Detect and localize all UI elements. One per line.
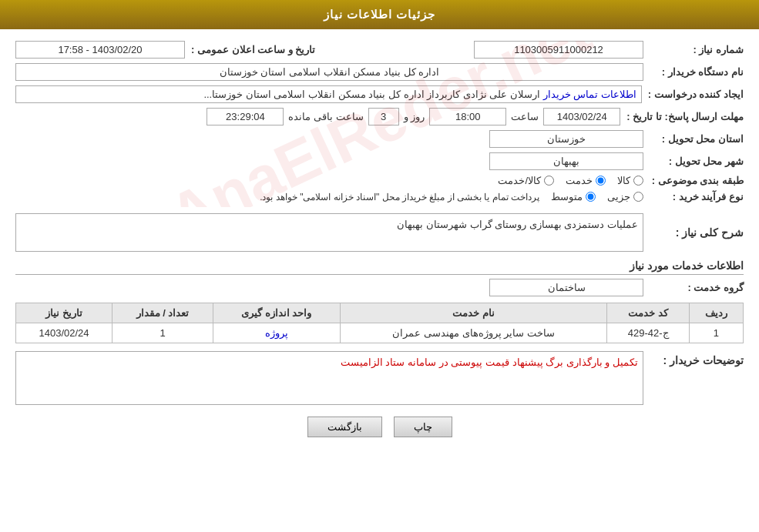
page-container: جزئیات اطلاعات نیاز AnaElReder.net شماره… bbox=[0, 0, 759, 532]
category-kala: کالا bbox=[617, 175, 643, 186]
purchase-type-jozi: جزیی bbox=[607, 191, 643, 202]
creator-value: اطلاعات تماس خریدار ارسلان علی نژادی کار… bbox=[15, 85, 642, 103]
category-label: طبقه بندی موضوعی : bbox=[643, 175, 744, 186]
response-remaining-value: 23:29:04 bbox=[207, 108, 284, 125]
cell-row-num: 1 bbox=[689, 323, 743, 343]
province-label: استان محل تحویل : bbox=[643, 133, 744, 145]
city-value: بهبهان bbox=[489, 152, 643, 170]
creator-row: ایجاد کننده درخواست : اطلاعات تماس خریدا… bbox=[15, 85, 744, 103]
col-need-date: تاریخ نیاز bbox=[16, 303, 113, 323]
buyer-org-label: نام دستگاه خریدار : bbox=[643, 66, 744, 78]
purchase-type-jozi-label: جزیی bbox=[607, 191, 630, 202]
buyer-desc-text: تکمیل و بارگذاری برگ پیشنهاد قیمت پیوستی… bbox=[341, 356, 638, 368]
category-khedmat-label: خدمت bbox=[566, 175, 593, 186]
response-time-value: 18:00 bbox=[429, 108, 506, 125]
city-label: شهر محل تحویل : bbox=[643, 156, 744, 167]
general-info-block: AnaElReder.net شماره نیاز : 110300591100… bbox=[15, 41, 744, 207]
service-group-row: گروه خدمت : ساختمان bbox=[15, 279, 744, 296]
category-kala-khedmat-radio[interactable] bbox=[544, 176, 554, 186]
print-button[interactable]: چاپ bbox=[394, 417, 452, 437]
city-row: شهر محل تحویل : بهبهان bbox=[15, 152, 744, 170]
purchase-type-motavasset-label: متوسط bbox=[551, 191, 583, 202]
col-row-num: ردیف bbox=[689, 303, 743, 323]
col-unit: واحد اندازه گیری bbox=[213, 303, 340, 323]
buyer-desc-value: تکمیل و بارگذاری برگ پیشنهاد قیمت پیوستی… bbox=[15, 351, 643, 405]
service-group-label: گروه خدمت : bbox=[643, 282, 744, 293]
cell-need-date: 1403/02/24 bbox=[16, 323, 113, 343]
purchase-type-desc: پرداخت تمام یا بخشی از مبلغ خریداز محل "… bbox=[260, 192, 539, 202]
services-table: ردیف کد خدمت نام خدمت واحد اندازه گیری ت… bbox=[15, 303, 744, 343]
page-title: جزئیات اطلاعات نیاز bbox=[324, 8, 435, 21]
back-button[interactable]: بازگشت bbox=[307, 417, 382, 437]
buyer-desc-label: توضیحات خریدار : bbox=[643, 351, 744, 366]
col-service-code: کد خدمت bbox=[607, 303, 689, 323]
purchase-type-jozi-radio[interactable] bbox=[633, 192, 643, 202]
need-number-row: شماره نیاز : 1103005911000212 تاریخ و سا… bbox=[15, 41, 744, 59]
page-header: جزئیات اطلاعات نیاز bbox=[0, 0, 759, 29]
category-kala-label: کالا bbox=[617, 175, 630, 186]
need-number-value: 1103005911000212 bbox=[474, 41, 643, 59]
col-service-name: نام خدمت bbox=[340, 303, 607, 323]
buyer-org-value: اداره کل بنیاد مسکن انقلاب اسلامی استان … bbox=[15, 63, 643, 81]
buyer-org-row: نام دستگاه خریدار : اداره کل بنیاد مسکن … bbox=[15, 63, 744, 81]
cell-service-code: ج-42-429 bbox=[607, 323, 689, 343]
announce-date-value: 1403/02/20 - 17:58 bbox=[15, 41, 185, 59]
service-group-value: ساختمان bbox=[489, 279, 643, 296]
announce-date-label: تاریخ و ساعت اعلان عمومی : bbox=[185, 44, 315, 55]
creator-label: ایجاد کننده درخواست : bbox=[642, 89, 744, 100]
category-khedmat: خدمت bbox=[566, 175, 606, 186]
creator-text: ارسلان علی نژادی کاربرداز اداره کل بنیاد… bbox=[203, 89, 540, 100]
need-number-label: شماره نیاز : bbox=[643, 44, 744, 55]
general-desc-row: شرح کلی نیاز : عملیات دستمزدی بهسازی روس… bbox=[15, 213, 744, 252]
response-days-value: 3 bbox=[368, 108, 399, 125]
cell-unit: پروژه bbox=[213, 323, 340, 343]
general-desc-text: عملیات دستمزدی بهسازی روستای گراب شهرستا… bbox=[397, 219, 638, 230]
category-kala-khedmat: کالا/خدمت bbox=[498, 175, 554, 186]
cell-service-name: ساخت سایر پروژه‌های مهندسی عمران bbox=[340, 323, 607, 343]
table-row: 1 ج-42-429 ساخت سایر پروژه‌های مهندسی عم… bbox=[16, 323, 744, 343]
cell-quantity: 1 bbox=[113, 323, 213, 343]
buyer-desc-row: توضیحات خریدار : تکمیل و بارگذاری برگ پی… bbox=[15, 351, 744, 405]
category-radio-group: کالا خدمت کالا/خدمت bbox=[498, 175, 643, 186]
response-remaining-label: ساعت باقی مانده bbox=[288, 111, 363, 122]
content-area: AnaElReder.net شماره نیاز : 110300591100… bbox=[0, 29, 759, 460]
button-row: چاپ بازگشت bbox=[15, 417, 744, 437]
response-deadline-row: مهلت ارسال پاسخ: تا تاریخ : 1403/02/24 س… bbox=[15, 108, 744, 125]
category-row: طبقه بندی موضوعی : کالا خدمت کالا/خدمت bbox=[15, 175, 744, 186]
creator-link[interactable]: اطلاعات تماس خریدار bbox=[543, 89, 636, 100]
purchase-type-label: نوع فرآیند خرید : bbox=[643, 191, 744, 202]
category-kala-khedmat-label: کالا/خدمت bbox=[498, 175, 541, 186]
purchase-type-motavasset: متوسط bbox=[551, 191, 596, 202]
response-deadline-label: مهلت ارسال پاسخ: تا تاریخ : bbox=[620, 111, 744, 122]
services-section-title: اطلاعات خدمات مورد نیاز bbox=[15, 259, 744, 275]
response-days-label: روز و bbox=[404, 111, 425, 122]
purchase-type-row: نوع فرآیند خرید : جزیی متوسط پرداخت تمام… bbox=[15, 191, 744, 202]
province-row: استان محل تحویل : خوزستان bbox=[15, 130, 744, 148]
category-khedmat-radio[interactable] bbox=[596, 176, 606, 186]
province-value: خوزستان bbox=[489, 130, 643, 148]
category-kala-radio[interactable] bbox=[633, 176, 643, 186]
purchase-type-motavasset-radio[interactable] bbox=[586, 192, 596, 202]
response-time-label: ساعت bbox=[511, 111, 539, 122]
general-desc-value: عملیات دستمزدی بهسازی روستای گراب شهرستا… bbox=[15, 213, 643, 252]
purchase-type-radio-group: جزیی متوسط bbox=[551, 191, 643, 202]
col-quantity: تعداد / مقدار bbox=[113, 303, 213, 323]
general-desc-label: شرح کلی نیاز : bbox=[643, 226, 744, 239]
response-date-value: 1403/02/24 bbox=[543, 108, 620, 125]
